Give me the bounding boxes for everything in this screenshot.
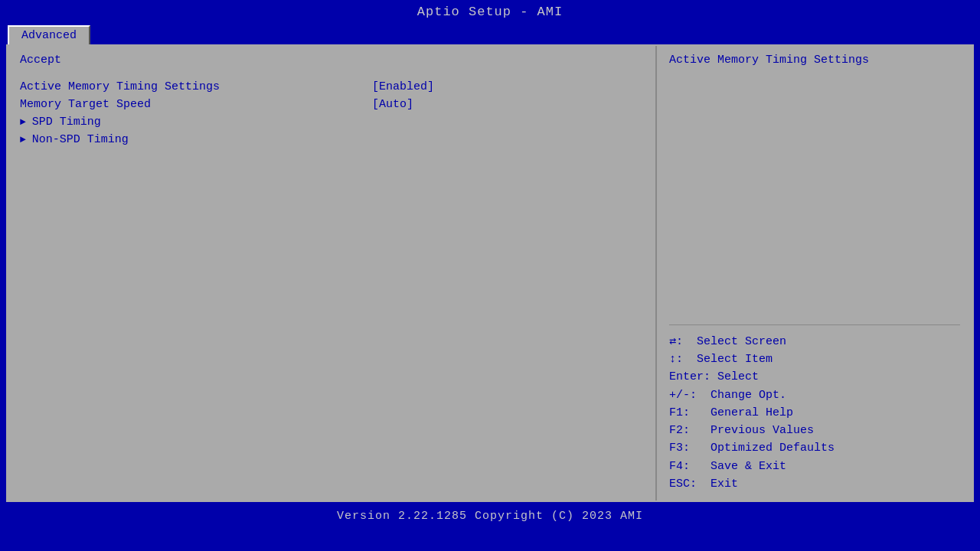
help-item-f1: F1: General Help [669,404,960,422]
menu-item-spd-timing[interactable]: ► SPD Timing [20,116,643,129]
footer: Version 2.22.1285 Copyright (C) 2023 AMI [0,505,980,527]
submenu-arrow-icon: ► [20,116,26,128]
help-item-change-opt: +/-: Change Opt. [669,386,960,404]
help-item-f3: F3: Optimized Defaults [669,439,960,457]
app-title: Aptio Setup - AMI [417,5,563,19]
right-panel-title: Active Memory Timing Settings [669,54,960,67]
help-item-enter-select: Enter: Select [669,368,960,386]
help-item-select-item: ↕: Select Item [669,350,960,368]
help-section: ⇄: Select Screen ↕: Select Item Enter: S… [669,333,960,493]
divider [669,324,960,325]
menu-item-label: Memory Target Speed [20,98,372,111]
menu-item-label: SPD Timing [32,116,384,129]
right-panel: Active Memory Timing Settings ⇄: Select … [657,46,972,500]
help-item-esc: ESC: Exit [669,475,960,493]
tab-advanced[interactable]: Advanced [8,25,90,44]
footer-text: Version 2.22.1285 Copyright (C) 2023 AMI [337,510,643,523]
title-bar: Aptio Setup - AMI [0,0,980,22]
menu-item-non-spd-timing[interactable]: ► Non-SPD Timing [20,133,643,146]
help-item-f2: F2: Previous Values [669,422,960,439]
menu-item-label: Non-SPD Timing [32,133,384,146]
menu-item-active-memory[interactable]: Active Memory Timing Settings [Enabled] [20,80,643,93]
main-area: Accept Active Memory Timing Settings [En… [6,44,974,502]
left-panel: Accept Active Memory Timing Settings [En… [8,46,657,500]
submenu-arrow-icon: ► [20,134,26,145]
menu-item-value: [Auto] [372,98,413,111]
help-item-f4: F4: Save & Exit [669,458,960,475]
menu-item-value: [Enabled] [372,80,434,93]
menu-item-memory-target-speed[interactable]: Memory Target Speed [Auto] [20,98,643,111]
accept-label: Accept [20,54,643,67]
tab-bar: Advanced [0,22,980,44]
menu-item-label: Active Memory Timing Settings [20,80,372,93]
help-item-select-screen: ⇄: Select Screen [669,333,960,350]
